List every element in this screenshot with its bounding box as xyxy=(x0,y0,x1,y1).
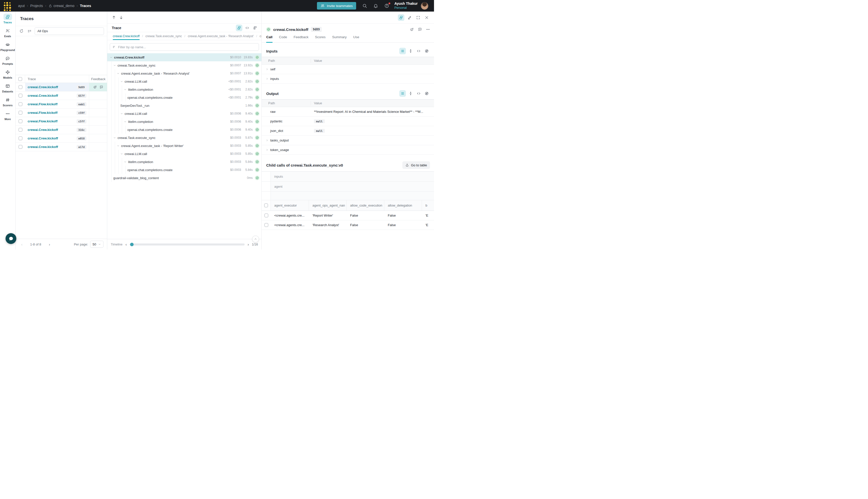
call-tree-row[interactable]: openai.chat.completions.create$0.00035.8… xyxy=(107,166,261,174)
comment-icon[interactable] xyxy=(418,27,422,32)
add-reaction-icon[interactable] xyxy=(93,85,97,89)
per-page-select[interactable]: 50 xyxy=(90,241,103,248)
row-checkbox[interactable] xyxy=(264,214,268,217)
timeline-next-icon[interactable]: › xyxy=(248,242,249,246)
trace-name-link[interactable]: crewai.Crew.kickoff xyxy=(28,85,58,89)
trace-name-link[interactable]: crewai.Crew.kickoff xyxy=(28,94,58,97)
chevron-down-icon[interactable] xyxy=(124,120,128,123)
output-row[interactable]: pydanticnull xyxy=(262,117,434,126)
trace-name-link[interactable]: crewai.Flow.kickoff xyxy=(28,102,58,106)
table-row[interactable]: crewai.Crew.kickoff316c xyxy=(15,126,107,134)
sidebar-item-prompts[interactable]: Prompts xyxy=(0,55,15,65)
call-tree-row[interactable]: litellm.completion$0.00069.40s xyxy=(107,118,261,126)
search-icon[interactable] xyxy=(362,3,367,8)
column-header-allow-delegation[interactable]: allow_delegation xyxy=(384,200,422,210)
chevron-down-icon[interactable] xyxy=(120,153,125,155)
timeline-slider[interactable] xyxy=(129,243,245,245)
select-all-checkbox[interactable] xyxy=(264,204,268,207)
row-checkbox[interactable] xyxy=(18,145,22,149)
collapse-timeline-button[interactable] xyxy=(252,236,259,242)
trace-breadcrumb-tab[interactable]: crewai.Task.execute_sync xyxy=(146,34,182,40)
output-row[interactable]: token_usage xyxy=(262,145,434,155)
breadcrumb-traces[interactable]: Traces xyxy=(80,4,91,8)
trace-breadcrumb-tab[interactable]: crewai.Agent.execute_task - 'Research An… xyxy=(188,34,254,40)
row-checkbox[interactable] xyxy=(18,136,22,140)
timeline-prev-icon[interactable]: ‹ xyxy=(126,242,127,246)
tab-feedback[interactable]: Feedback xyxy=(294,35,308,42)
breadcrumb-projects[interactable]: Projects xyxy=(30,4,43,8)
prev-page-icon[interactable]: ‹ xyxy=(19,242,25,246)
call-tree-row[interactable]: crewai.Crew.kickoff$0.001019.83s xyxy=(107,53,261,61)
trace-name-link[interactable]: crewai.Flow.kickoff xyxy=(28,111,58,114)
inputs-row[interactable]: inputs xyxy=(262,74,434,84)
code-view-icon[interactable] xyxy=(416,90,422,97)
call-tree-row[interactable]: crewai.LLM.call<$0.00012.82s xyxy=(107,77,261,85)
chevron-down-icon[interactable] xyxy=(113,136,117,139)
chevron-down-icon[interactable] xyxy=(120,112,125,115)
refresh-icon[interactable] xyxy=(18,28,24,34)
call-tree-row[interactable]: crewai.LLM.call$0.00069.40s xyxy=(107,110,261,118)
trace-name-link[interactable]: crewai.Crew.kickoff xyxy=(28,136,58,140)
chevron-down-icon[interactable] xyxy=(110,56,114,59)
call-tree-row[interactable]: crewai.Agent.execute_task - 'Report Writ… xyxy=(107,142,261,150)
call-tree-row[interactable]: crewai.LLM.call$0.00035.85s xyxy=(107,150,261,158)
chevron-right-icon[interactable] xyxy=(266,77,270,80)
more-options-icon[interactable] xyxy=(426,27,430,32)
chevron-down-icon[interactable] xyxy=(117,145,121,147)
chevron-down-icon[interactable] xyxy=(124,88,128,91)
row-checkbox[interactable] xyxy=(18,111,22,114)
hide-values-icon[interactable] xyxy=(423,90,430,97)
trace-name-link[interactable]: crewai.Crew.kickoff xyxy=(28,128,58,132)
column-header-allow-code-execution[interactable]: allow_code_execution xyxy=(347,200,384,210)
inputs-row[interactable]: self xyxy=(262,64,434,74)
list-view-icon[interactable] xyxy=(399,90,406,97)
column-header-feedback[interactable]: Feedback xyxy=(89,75,107,83)
expand-rows-icon[interactable] xyxy=(407,90,414,97)
expand-rows-icon[interactable] xyxy=(407,48,414,54)
breadcrumb-entity[interactable]: ayut xyxy=(18,4,25,8)
fullscreen-icon[interactable] xyxy=(415,14,421,21)
child-call-row[interactable]: <crewai.agents.cre...'Research Analyst'F… xyxy=(262,220,434,230)
row-checkbox[interactable] xyxy=(264,223,268,227)
invite-teammates-button[interactable]: Invite teammates xyxy=(317,2,356,10)
chevron-down-icon[interactable] xyxy=(124,160,128,163)
trace-name-link[interactable]: crewai.Crew.kickoff xyxy=(28,145,58,149)
output-row[interactable]: raw**Investment Report: AI in Chemical a… xyxy=(262,107,434,117)
help-icon[interactable] xyxy=(384,3,389,8)
column-header-trace[interactable]: Trace xyxy=(25,75,89,83)
next-call-arrow-down-icon[interactable] xyxy=(119,15,123,20)
table-row[interactable]: crewai.Crew.kickoff9d89 xyxy=(15,83,107,92)
call-tree-row[interactable]: crewai.Agent.execute_task - 'Research An… xyxy=(107,69,261,77)
sidebar-item-datasets[interactable]: Datasets xyxy=(0,83,15,93)
sidebar-item-models[interactable]: Models xyxy=(0,69,15,79)
code-view-icon[interactable] xyxy=(416,48,422,54)
table-row[interactable]: crewai.Flow.kickoffeab1 xyxy=(15,100,107,109)
call-tree-row[interactable]: SerperDevTool._run1.66s xyxy=(107,101,261,110)
flame-graph-icon[interactable] xyxy=(252,25,258,31)
user-block[interactable]: Ayush Thakur Personal xyxy=(394,1,418,10)
call-tree-row[interactable]: guardrail-validate_blog_content0ms xyxy=(107,174,261,182)
ops-filter-select[interactable]: All Ops xyxy=(35,27,104,35)
column-header-b[interactable]: b xyxy=(422,200,434,210)
tree-view-icon[interactable] xyxy=(236,25,243,31)
call-tree-row[interactable]: openai.chat.completions.create$0.00069.4… xyxy=(107,126,261,134)
tab-scores[interactable]: Scores xyxy=(315,35,325,42)
hide-values-icon[interactable] xyxy=(423,48,430,54)
chevron-right-icon[interactable] xyxy=(266,139,270,142)
table-row[interactable]: crewai.Crew.kickoff657f xyxy=(15,92,107,100)
wandb-logo[interactable] xyxy=(3,2,11,10)
sidebar-item-evals[interactable]: Evals xyxy=(0,27,15,38)
sidebar-item-traces[interactable]: Traces xyxy=(0,14,15,24)
row-checkbox[interactable] xyxy=(18,85,22,89)
call-tree-row[interactable]: openai.chat.completions.create<$0.00012.… xyxy=(107,94,261,101)
table-row[interactable]: crewai.Flow.kickoffc5ff xyxy=(15,117,107,126)
timeline-slider-handle[interactable] xyxy=(130,243,134,246)
column-header-agent-executor[interactable]: agent_executor xyxy=(271,200,309,210)
code-view-icon[interactable] xyxy=(244,25,250,31)
sidebar-item-scorers[interactable]: Scorers xyxy=(0,97,15,107)
output-row[interactable]: tasks_output xyxy=(262,136,434,145)
row-checkbox[interactable] xyxy=(18,119,22,123)
prev-call-arrow-up-icon[interactable] xyxy=(112,15,116,20)
close-icon[interactable] xyxy=(423,14,430,21)
chevron-right-icon[interactable] xyxy=(266,68,270,71)
